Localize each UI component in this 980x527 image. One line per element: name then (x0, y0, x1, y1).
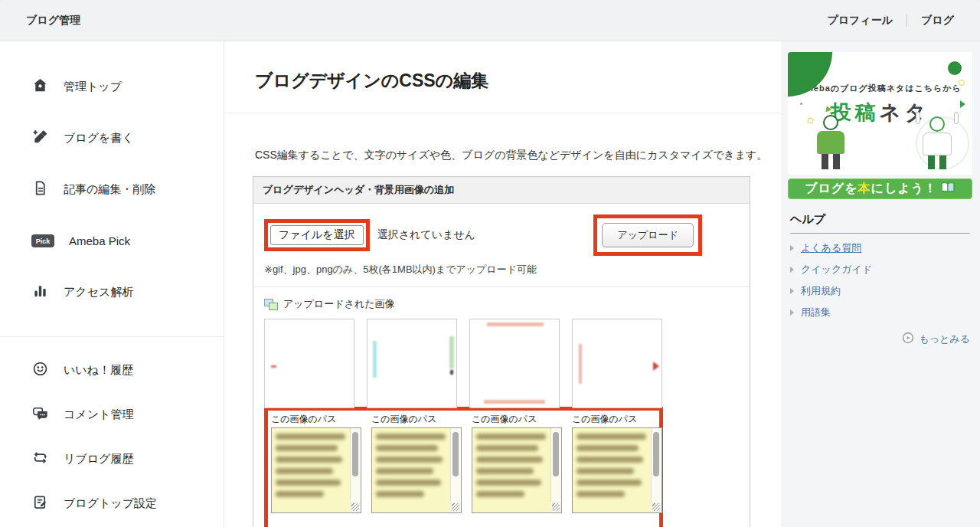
thumbnail-image (449, 336, 454, 368)
scrollbar-thumb[interactable] (452, 432, 459, 476)
image-path-label: この画像のパス (572, 413, 662, 426)
image-path-column: この画像のパス (371, 412, 462, 527)
help-link-terms[interactable]: 利用規約 (790, 284, 970, 298)
resize-handle-icon[interactable] (550, 502, 561, 512)
sidebar-item-reblog-history[interactable]: リブログ履歴 (0, 437, 224, 481)
help-link-quick-guide[interactable]: クイックガイド (790, 263, 970, 277)
topbar: ブログ管理 プロフィール ブログ (0, 0, 980, 41)
scrollbar-thumb[interactable] (553, 432, 559, 476)
sidebar-item-access-analytics[interactable]: アクセス解析 (0, 267, 224, 318)
help-title: ヘルプ (790, 212, 970, 234)
uploaded-images-label-row: アップロードされた画像 (264, 297, 739, 311)
sidebar-divider (0, 336, 224, 337)
triangle-bullet-icon (790, 267, 794, 273)
thumbnail-image (271, 365, 276, 368)
image-path-label: この画像のパス (371, 413, 462, 426)
sidebar-item-label: Ameba Pick (69, 234, 130, 247)
page-title: ブログデザインのCSSの編集 (224, 41, 781, 113)
thumbnail-image (484, 400, 545, 404)
main-content: ブログデザインのCSSの編集 CSS編集することで、文字のサイズや色、ブログの背… (224, 41, 781, 527)
help-links: よくある質問 クイックガイド 利用規約 用語集 (790, 241, 970, 319)
home-icon (31, 77, 49, 97)
image-path-label: この画像のパス (271, 413, 361, 426)
triangle-bullet-icon (790, 245, 794, 251)
thumbnail-image (373, 341, 377, 378)
sidebar-item-like-history[interactable]: いいね！履歴 (0, 348, 224, 392)
green-dot (948, 61, 962, 75)
banner2-text: ブログを本にしよう！ (805, 181, 937, 197)
image-path-textarea[interactable] (572, 427, 662, 513)
page-description: CSS編集することで、文字のサイズや色、ブログの背景色などデザインを自由にカスタ… (255, 149, 781, 162)
see-more-link[interactable]: もっとみる (790, 332, 970, 346)
upload-row: ファイルを選択 選択されていません アップロード (264, 214, 739, 256)
image-path-textarea[interactable] (371, 427, 462, 513)
like-icon (31, 360, 49, 381)
right-column: Amebaのブログ投稿ネタはこちらから 投稿ネタ ブログを本にしよう！ (781, 41, 980, 527)
textarea-scrollbar (350, 428, 361, 502)
upload-note: ※gif、jpg、pngのみ、5枚(各1MB以内)までアップロード可能 (264, 263, 739, 277)
post-neta-banner[interactable]: Amebaのブログ投稿ネタはこちらから 投稿ネタ (788, 52, 972, 175)
sidebar-item-label: コメント管理 (64, 408, 133, 422)
help-link-faq[interactable]: よくある質問 (790, 241, 970, 255)
image-path-column: この画像のパス (472, 412, 562, 527)
sidebar-item-write-blog[interactable]: ブログを書く (0, 113, 224, 164)
image-path-label: この画像のパス (472, 413, 562, 426)
image-path-column: この画像のパス (572, 412, 662, 527)
resize-handle-icon[interactable] (450, 502, 461, 512)
play-circle-icon (902, 332, 914, 346)
resize-handle-icon[interactable] (651, 502, 662, 512)
scrollbar-thumb[interactable] (352, 432, 358, 476)
thumbnail-row (264, 319, 739, 408)
image-path-textarea[interactable] (472, 427, 562, 513)
person-illustration-right (916, 112, 959, 173)
scrollbar-thumb[interactable] (653, 432, 659, 476)
sidebar-group-main: 管理トップ ブログを書く 記事の編集・削除 Pick Ameba Pic (0, 61, 224, 318)
sidebar-item-label: いいね！履歴 (64, 363, 133, 378)
sidebar: 管理トップ ブログを書く 記事の編集・削除 Pick Ameba Pic (0, 41, 224, 527)
thumbnail-image (579, 344, 582, 384)
blogtop-icon (31, 493, 49, 514)
sidebar-item-label: 管理トップ (64, 80, 122, 94)
topbar-right: プロフィール ブログ (827, 14, 954, 28)
file-select-button[interactable]: ファイルを選択 (270, 225, 364, 245)
annotation-box-file-select: ファイルを選択 (264, 219, 370, 251)
sidebar-item-edit-articles[interactable]: 記事の編集・削除 (0, 164, 224, 215)
blog-to-book-banner[interactable]: ブログを本にしよう！ (788, 178, 972, 199)
thumbnail-image (450, 370, 453, 375)
blog-link[interactable]: ブログ (921, 14, 954, 28)
sidebar-item-comment-management[interactable]: コメント管理 (0, 392, 224, 437)
person-illustration-left (814, 115, 851, 173)
article-icon (31, 179, 49, 200)
image-path-textarea[interactable] (271, 427, 361, 513)
pick-icon: Pick (31, 234, 54, 247)
uploaded-image-thumbnail (572, 319, 662, 408)
help-section: ヘルプ よくある質問 クイックガイド 利用規約 用語集 もっとみる (788, 212, 972, 346)
sidebar-item-label: 記事の編集・削除 (64, 182, 155, 197)
sidebar-group-secondary: いいね！履歴 コメント管理 リブログ履歴 (0, 348, 224, 525)
sidebar-item-label: ブログトップ設定 (64, 496, 157, 511)
sidebar-item-label: ブログを書く (64, 131, 134, 146)
thumbnail-image (653, 362, 659, 371)
textarea-scrollbar (550, 428, 561, 502)
analytics-icon (31, 282, 49, 303)
uploaded-image-thumbnail (367, 319, 457, 408)
sidebar-item-admin-top[interactable]: 管理トップ (0, 61, 224, 113)
sidebar-item-label: リブログ履歴 (64, 452, 133, 466)
resize-handle-icon[interactable] (350, 502, 361, 512)
topbar-title: ブログ管理 (26, 14, 80, 28)
profile-link[interactable]: プロフィール (827, 14, 893, 28)
sidebar-item-label: アクセス解析 (64, 285, 133, 300)
sidebar-item-blog-top-settings[interactable]: ブログトップ設定 (0, 481, 224, 525)
sidebar-item-ameba-pick[interactable]: Pick Ameba Pick (0, 215, 224, 267)
images-icon (264, 299, 278, 310)
annotation-box-image-paths: この画像のパス この画像のパス (264, 407, 663, 527)
panel-divider (253, 286, 750, 287)
write-icon (31, 128, 49, 149)
yellow-circle (959, 80, 965, 86)
help-link-glossary[interactable]: 用語集 (790, 306, 970, 319)
upload-button[interactable]: アップロード (602, 223, 694, 247)
uploaded-images-label: アップロードされた画像 (283, 297, 394, 311)
textarea-scrollbar (651, 428, 662, 502)
panel-body: ファイルを選択 選択されていません アップロード ※gif、jpg、pngのみ、… (253, 204, 750, 527)
reblog-icon (31, 449, 49, 470)
